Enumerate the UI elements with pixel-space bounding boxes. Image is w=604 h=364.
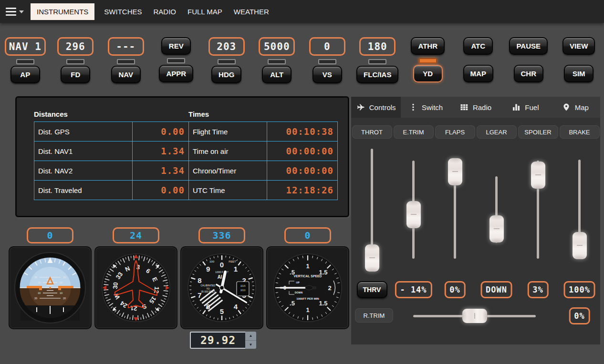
status-led bbox=[16, 59, 34, 64]
ap-button-view[interactable]: VIEW bbox=[562, 37, 595, 55]
flight-info-panel: Distances Dist. GPS0.00Dist. NAV11.34Dis… bbox=[15, 96, 349, 217]
table-row: Dist. GPS0.00 bbox=[34, 122, 189, 142]
gauge-readout-vsi: 0 bbox=[284, 227, 331, 243]
attitude-gauge: 2020101010102020 bbox=[9, 246, 92, 329]
baro-decrease-button[interactable]: ▼ bbox=[245, 341, 256, 349]
hamburger-icon bbox=[6, 8, 16, 16]
slider-header-lgear[interactable]: LGEAR bbox=[477, 125, 517, 139]
gauge-row: 2020101010102020N36E1215S2124W3033012345… bbox=[10, 246, 348, 329]
heading-gauge: N36E1215S2124W3033 bbox=[94, 246, 177, 329]
vsi-scale-label: 1 bbox=[306, 263, 309, 270]
attitude-gauge-dial: 2020101010102020 bbox=[10, 247, 91, 328]
row-label: Dist. NAV1 bbox=[34, 142, 133, 161]
ap-display-5000: 5000 bbox=[259, 37, 295, 56]
ap-button-map[interactable]: MAP bbox=[463, 65, 493, 82]
table-row: Chrono/Timer00:00:00 bbox=[189, 161, 338, 181]
altimeter-gauge-dial: 0123456789100FEET1000 FEETALTCALIBRATEDT… bbox=[181, 247, 262, 328]
status-led bbox=[117, 59, 135, 64]
tab-fuel[interactable]: Fuel bbox=[500, 97, 550, 118]
slider-thumb-spoiler[interactable] bbox=[531, 162, 545, 189]
vsi-down-label: DOWN bbox=[295, 291, 303, 294]
row-label: Chrono/Timer bbox=[189, 161, 267, 181]
bars-icon bbox=[512, 103, 521, 111]
slider-header-e-trim[interactable]: E.TRIM bbox=[394, 125, 434, 139]
ap-display-203: 203 bbox=[208, 37, 245, 56]
slider-thumb-flaps[interactable] bbox=[448, 158, 462, 185]
slider-value-lgear: DOWN bbox=[480, 281, 512, 298]
row-value: 1.34 bbox=[133, 161, 189, 181]
ap-button-alt[interactable]: ALT bbox=[262, 66, 292, 83]
slider-header-flaps[interactable]: FLAPS bbox=[435, 125, 475, 139]
vsi-unit-label: 1000FT PER MIN bbox=[296, 297, 319, 300]
times-table: Flight Time00:10:38Time on air00:00:00Ch… bbox=[188, 121, 338, 200]
rtrim-value: 0% bbox=[569, 307, 590, 324]
table-row: Dist. Traveled0.00 bbox=[34, 181, 189, 200]
ap-column: NAV 1AP bbox=[0, 37, 51, 83]
status-led bbox=[268, 59, 286, 64]
ap-column: ATCMAP bbox=[453, 37, 504, 83]
slider-thumb-brake[interactable] bbox=[573, 232, 587, 259]
pin-icon bbox=[562, 103, 571, 111]
altimeter-numeral: 5 bbox=[220, 307, 224, 315]
ap-button-appr[interactable]: APPR bbox=[159, 65, 193, 82]
led-spacer bbox=[528, 58, 530, 63]
nav-item-instruments[interactable]: INSTRUMENTS bbox=[31, 3, 94, 20]
baro-increase-button[interactable]: ▲ bbox=[245, 332, 256, 341]
row-value: 0.00 bbox=[133, 181, 189, 200]
tab-controls[interactable]: Controls bbox=[351, 97, 401, 118]
tab-switch[interactable]: Switch bbox=[401, 97, 450, 118]
slider-header-spoiler[interactable]: SPOILER bbox=[518, 125, 558, 139]
table-row: UTC Time12:18:26 bbox=[189, 181, 338, 200]
ap-button-flc-ias[interactable]: FLC/IAS bbox=[356, 66, 398, 83]
row-label: Dist. GPS bbox=[34, 122, 133, 142]
status-led bbox=[218, 59, 236, 64]
altimeter-numeral: 0 bbox=[220, 261, 224, 269]
gauge-readout-attitude: 0 bbox=[27, 227, 73, 243]
pitch-label: 20 bbox=[63, 297, 66, 300]
tab-map[interactable]: Map bbox=[551, 97, 600, 118]
slider-thumb-throt[interactable] bbox=[365, 244, 379, 272]
ap-button-vs[interactable]: VS bbox=[312, 66, 342, 83]
row-value: 1.34 bbox=[133, 142, 189, 161]
nav-item-switches[interactable]: SWITCHES bbox=[102, 5, 144, 19]
ap-column: PAUSECHR bbox=[503, 37, 554, 83]
vsi-scale-label: 2 bbox=[328, 284, 331, 292]
baro-value-field[interactable]: 29.92 bbox=[190, 332, 245, 349]
led-spacer bbox=[578, 58, 580, 63]
nav-item-radio[interactable]: RADIO bbox=[152, 5, 178, 19]
nav-item-weather[interactable]: WEATHER bbox=[232, 5, 271, 19]
pitch-label: 10 bbox=[60, 281, 62, 284]
altimeter-numeral: 8 bbox=[198, 276, 201, 284]
nav-item-full-map[interactable]: FULL MAP bbox=[186, 5, 224, 19]
ap-button-chr[interactable]: CHR bbox=[514, 65, 544, 82]
ap-display--: --- bbox=[108, 37, 144, 56]
tab-label: Fuel bbox=[525, 103, 539, 111]
tab-radio[interactable]: Radio bbox=[451, 97, 500, 118]
row-label: Time on air bbox=[189, 142, 267, 161]
throttle-mode-button[interactable]: THRV bbox=[357, 281, 387, 298]
ap-button-ap[interactable]: AP bbox=[10, 66, 40, 83]
slider-header-brake[interactable]: BRAKE bbox=[560, 125, 600, 139]
status-led-on bbox=[419, 58, 437, 63]
slider-thumb-lgear[interactable] bbox=[489, 215, 504, 243]
ap-button-yd[interactable]: YD bbox=[413, 65, 443, 82]
ap-button-fd[interactable]: FD bbox=[61, 66, 90, 83]
slider-header-throt[interactable]: THROT bbox=[352, 125, 392, 139]
ap-button-hdg[interactable]: HDG bbox=[211, 66, 241, 83]
distances-table: Dist. GPS0.00Dist. NAV11.34Dist. NAV21.3… bbox=[34, 121, 189, 200]
status-led bbox=[318, 59, 336, 64]
slider-thumb-e-trim[interactable] bbox=[406, 201, 421, 228]
altimeter-feet-label: FEET bbox=[229, 260, 236, 263]
baro-setting: 29.92 ▲ ▼ bbox=[190, 332, 256, 349]
ap-button-sim[interactable]: SIM bbox=[564, 65, 594, 82]
rtrim-thumb[interactable] bbox=[462, 309, 487, 323]
rtrim-label[interactable]: R.TRIM bbox=[355, 308, 393, 323]
ap-button-rev[interactable]: REV bbox=[161, 37, 191, 55]
menu-button[interactable] bbox=[6, 8, 24, 16]
ap-button-athr[interactable]: ATHR bbox=[411, 37, 445, 55]
app-root: INSTRUMENTSSWITCHESRADIOFULL MAPWEATHER … bbox=[0, 0, 604, 364]
ap-button-nav[interactable]: NAV bbox=[111, 66, 141, 83]
vsi-scale-label: .5 bbox=[290, 300, 295, 307]
ap-button-pause[interactable]: PAUSE bbox=[509, 37, 548, 55]
ap-button-atc[interactable]: ATC bbox=[463, 37, 493, 55]
